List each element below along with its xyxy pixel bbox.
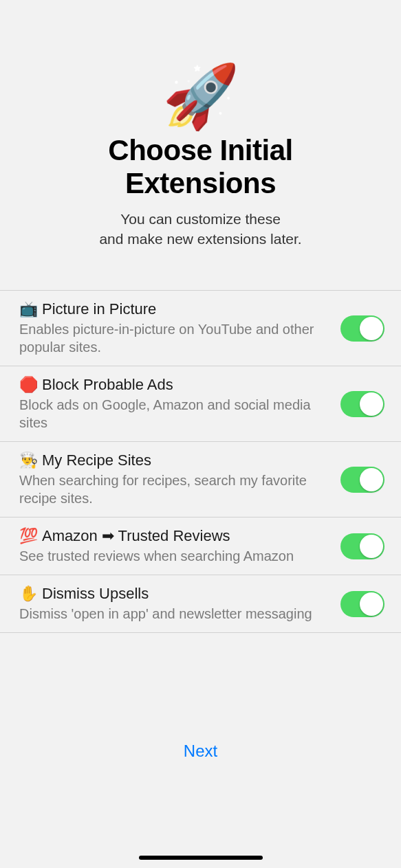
- toggle-block-ads[interactable]: [340, 391, 384, 417]
- toggle-dismiss-upsells[interactable]: [340, 591, 384, 617]
- hand-icon: ✋: [19, 585, 38, 603]
- extension-row-block-ads: 🛑 Block Probable Ads Block ads on Google…: [0, 366, 401, 442]
- home-indicator[interactable]: [139, 856, 263, 860]
- extension-title: 🛑 Block Probable Ads: [19, 376, 327, 394]
- tv-icon: 📺: [19, 300, 38, 318]
- hero-section: 🚀 Choose Initial Extensions You can cust…: [0, 0, 401, 290]
- onboarding-screen: 🚀 Choose Initial Extensions You can cust…: [0, 0, 401, 868]
- chef-icon: 👨‍🍳: [19, 452, 38, 469]
- extension-title: ✋ Dismiss Upsells: [19, 585, 327, 603]
- extension-title-text: Amazon ➡ Trusted Reviews: [42, 527, 230, 545]
- extension-description: Block ads on Google, Amazon and social m…: [19, 396, 327, 432]
- stop-icon: 🛑: [19, 376, 38, 394]
- extension-content: 📺 Picture in Picture Enables picture-in-…: [19, 300, 327, 356]
- page-subtitle: You can customize these and make new ext…: [0, 209, 401, 249]
- extension-row-recipe-sites: 👨‍🍳 My Recipe Sites When searching for r…: [0, 442, 401, 518]
- extension-title: 💯 Amazon ➡ Trusted Reviews: [19, 527, 327, 545]
- extension-content: 💯 Amazon ➡ Trusted Reviews See trusted r…: [19, 527, 327, 565]
- extension-description: See trusted reviews when searching Amazo…: [19, 547, 327, 565]
- title-line-2: Extensions: [125, 167, 276, 199]
- extension-content: ✋ Dismiss Upsells Dismiss 'open in app' …: [19, 585, 327, 623]
- extensions-list: 📺 Picture in Picture Enables picture-in-…: [0, 290, 401, 633]
- toggle-picture-in-picture[interactable]: [340, 315, 384, 342]
- extension-title-text: Picture in Picture: [42, 300, 156, 318]
- extension-row-dismiss-upsells: ✋ Dismiss Upsells Dismiss 'open in app' …: [0, 575, 401, 633]
- toggle-recipe-sites[interactable]: [340, 467, 384, 493]
- extension-content: 🛑 Block Probable Ads Block ads on Google…: [19, 376, 327, 432]
- extension-row-trusted-reviews: 💯 Amazon ➡ Trusted Reviews See trusted r…: [0, 518, 401, 575]
- extension-title: 📺 Picture in Picture: [19, 300, 327, 318]
- extension-title-text: Block Probable Ads: [42, 376, 173, 394]
- subtitle-line-1: You can customize these: [120, 211, 281, 227]
- next-button[interactable]: Next: [0, 729, 401, 773]
- page-title: Choose Initial Extensions: [0, 134, 401, 201]
- extension-description: Dismiss 'open in app' and newsletter mes…: [19, 605, 327, 623]
- hundred-icon: 💯: [19, 527, 38, 545]
- toggle-trusted-reviews[interactable]: [340, 533, 384, 559]
- extension-content: 👨‍🍳 My Recipe Sites When searching for r…: [19, 452, 327, 507]
- extension-description: Enables picture-in-picture on YouTube an…: [19, 320, 327, 356]
- rocket-icon: 🚀: [162, 65, 239, 127]
- extension-description: When searching for recipes, search my fa…: [19, 471, 327, 507]
- title-line-1: Choose Initial: [108, 134, 292, 166]
- extension-title-text: Dismiss Upsells: [42, 585, 149, 603]
- extension-row-picture-in-picture: 📺 Picture in Picture Enables picture-in-…: [0, 291, 401, 366]
- extension-title-text: My Recipe Sites: [42, 452, 151, 469]
- extension-title: 👨‍🍳 My Recipe Sites: [19, 452, 327, 469]
- subtitle-line-2: and make new extensions later.: [99, 231, 301, 247]
